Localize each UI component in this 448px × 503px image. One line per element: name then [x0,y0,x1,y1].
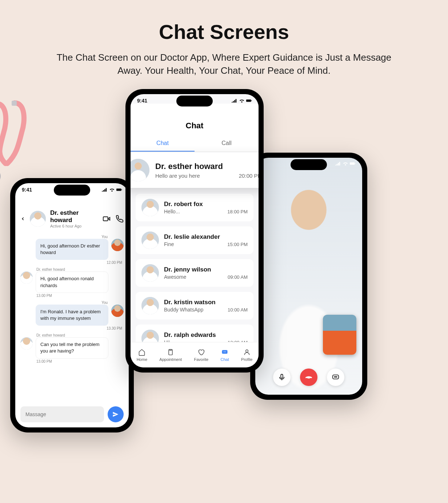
signal-icon [232,98,237,103]
chat-tabs: Chat Call [131,136,259,152]
battery-icon [246,98,252,103]
chat-snippet: Awesome [164,274,186,280]
heart-icon [197,349,205,356]
chat-name: Dr. leslie alexander [164,233,248,241]
sender-label: You [20,235,124,239]
message-bubble: Hi, good afternoon ronald richards [36,271,108,293]
chat-row[interactable]: Dr. leslie alexander Fine 15:00 PM [136,226,253,254]
chat-row-featured[interactable]: Dr. esther howard Hello are you here 20:… [131,152,259,188]
signal-icon [335,161,341,166]
chat-toggle-button[interactable] [327,369,344,386]
svg-point-20 [335,377,336,377]
avatar [141,264,159,282]
chat-bubble-icon [332,373,340,381]
status-indicators [102,188,122,192]
svg-rect-14 [103,217,108,221]
chat-snippet: Buddy WhatsApp [164,307,203,313]
status-time: 9:41 [22,187,32,193]
chat-snippet: Fine [164,241,174,247]
chat-time: 20:00 PM [239,173,259,179]
phone-notch [291,159,327,170]
nav-label: Appointment [159,357,182,362]
phone-notch [176,96,213,106]
bottom-nav: Home Appointment Favorite Chat Profile [131,342,259,367]
status-indicators [232,98,252,103]
chat-name: Dr. robert fox [164,201,248,208]
video-call-icon[interactable] [103,215,111,223]
svg-point-21 [336,377,337,377]
conversation-header: Dr. esther howard Active 6 hour Ago [15,193,129,232]
nav-label: Profile [241,357,252,362]
call-controls [255,369,362,386]
nav-label: Favorite [194,357,208,362]
message-bubble: Hi, good afternoon Dr esther howard [36,239,108,260]
nav-label: Chat [221,357,229,362]
chat-icon [221,349,228,356]
mic-icon [278,373,286,381]
message-time: 13.30 PM [20,326,124,330]
chat-row[interactable]: Dr. kristin watson Buddy WhatsApp 10:00 … [136,292,253,319]
chat-row[interactable]: Dr. jenny wilson Awesome 09:00 AM [136,259,253,287]
chat-list-title: Chat [131,104,259,136]
page-subtitle: The Chat Screen on our Doctor App, Where… [0,44,448,77]
sender-label: Dr. esther howard [20,333,124,337]
self-video-pip[interactable] [323,315,356,355]
message-time: 12.00 PM [20,261,124,265]
avatar [141,232,159,249]
phone-notch [54,185,90,196]
phone-chat-list: 9:41 Chat Chat Call Dr. esther howard He… [125,89,264,373]
sender-label: Dr. esther howard [20,267,124,271]
chat-name: Dr. kristin watson [164,299,248,306]
nav-home[interactable]: Home [137,349,147,362]
svg-point-0 [0,168,1,184]
status-indicators [335,161,356,166]
send-button[interactable] [108,406,124,422]
mute-button[interactable] [273,369,291,386]
chat-name: Dr. jenny wilson [164,266,248,273]
home-icon [138,349,145,356]
avatar [111,305,124,317]
clipboard-icon [167,349,174,356]
end-call-button[interactable] [300,369,317,386]
chat-row[interactable]: Dr. robert fox Hello... 18:00 PM [136,194,253,221]
avatar [111,239,124,251]
conversation-name: Dr. esther howard [50,209,98,224]
chat-snippet: Hello... [164,209,180,214]
tab-chat[interactable]: Chat [131,136,195,152]
chat-snippet: Hello are you here [155,173,200,179]
nav-chat[interactable]: Chat [221,349,229,362]
svg-rect-17 [281,374,283,378]
nav-favorite[interactable]: Favorite [194,349,208,362]
back-button[interactable] [20,214,25,224]
message-input[interactable] [20,406,104,422]
message-time: 13.00 PM [20,294,124,298]
svg-rect-15 [350,162,355,165]
chevron-left-icon [20,216,25,221]
svg-rect-5 [251,100,252,101]
avatar [30,211,46,227]
conversation-status: Active 6 hour Ago [50,224,98,228]
nav-profile[interactable]: Profile [241,349,252,362]
message-bubble: Can you tell me the problem you are havi… [36,337,108,358]
avatar [20,337,33,350]
send-icon [112,411,119,418]
doctor-video-feed [255,158,362,395]
battery-icon [116,188,122,192]
svg-rect-12 [116,189,121,191]
page-title: Chat Screens [0,0,448,44]
battery-icon [350,161,356,166]
svg-rect-13 [121,189,122,190]
message-time: 13.00 PM [20,359,124,363]
status-time: 9:41 [137,98,147,104]
svg-point-10 [225,351,226,352]
chat-time: 10:00 AM [228,307,248,313]
chat-time: 18:00 PM [227,209,248,214]
phone-video-call [250,153,367,400]
phone-call-icon[interactable] [116,215,124,223]
chat-time: 15:00 PM [227,242,248,247]
tab-call[interactable]: Call [195,136,259,152]
avatar [20,271,33,284]
avatar [141,199,159,216]
nav-appointment[interactable]: Appointment [159,349,182,362]
message-list: You Hi, good afternoon Dr esther howard … [15,232,129,363]
